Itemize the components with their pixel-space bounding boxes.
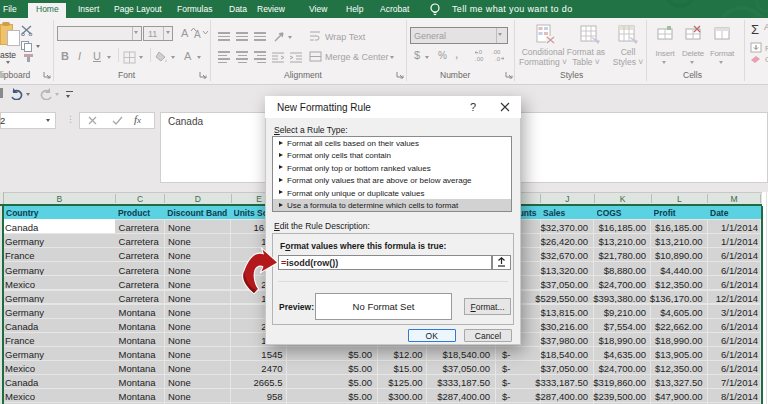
svg-text:.00: .00 bbox=[492, 49, 501, 55]
svg-text:.0: .0 bbox=[477, 49, 483, 55]
svg-text:.0: .0 bbox=[495, 56, 501, 62]
svg-text:.00: .00 bbox=[475, 56, 484, 62]
